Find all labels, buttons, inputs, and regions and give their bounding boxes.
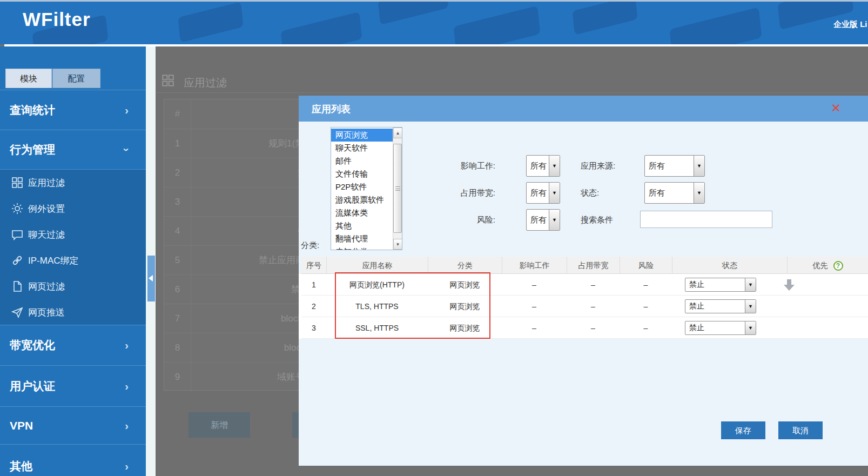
dropdown-arrow-icon: ▼ [694, 183, 704, 203]
save-button[interactable]: 保存 [721, 421, 765, 439]
dropdown-arrow-icon: ▼ [549, 183, 560, 203]
dropdown-arrow-icon: ▼ [745, 321, 756, 334]
dropdown-arrow-icon: ▼ [745, 300, 756, 313]
sidebar-item-user-auth[interactable]: 用户认证 › [0, 365, 146, 406]
list-item[interactable]: 网页浏览 [331, 129, 393, 142]
keyboard-key-decoration [670, 7, 762, 44]
app-list-dialog: 应用列表 ✕ 分类: 网页浏览 聊天软件 邮件 文件传输 P2P软件 游戏股票软… [299, 96, 868, 466]
thumb-grip [395, 186, 400, 191]
divider [156, 92, 868, 93]
filter-bandwidth-select[interactable]: 所有 ▼ [526, 182, 560, 204]
tab-module[interactable]: 模块 [5, 69, 52, 88]
page-title: 应用过滤 [184, 76, 227, 90]
move-down-icon[interactable] [784, 279, 795, 291]
sidebar-item-web-filter[interactable]: 网页过滤 [0, 273, 146, 299]
list-item[interactable]: 游戏股票软件 [331, 193, 393, 206]
dropdown-arrow-icon: ▼ [549, 210, 560, 230]
scroll-down-icon[interactable]: ▼ [393, 239, 402, 250]
sidebar-item-exceptions[interactable]: 例外设置 [0, 196, 146, 222]
filter-source-select[interactable]: 所有 ▼ [644, 155, 705, 177]
close-icon[interactable]: ✕ [831, 101, 841, 115]
add-button[interactable]: 新增 [189, 412, 250, 438]
banner-top-strip [0, 0, 868, 2]
list-item[interactable]: 未知分类 [331, 245, 393, 250]
filter-source-label: 应用来源: [581, 161, 615, 171]
chevron-right-icon: › [125, 104, 129, 116]
table-row: 3 SSL, HTTPS 网页浏览 – – – [301, 317, 868, 339]
list-item[interactable]: 聊天软件 [331, 142, 393, 155]
listbox-scrollbar[interactable]: ▲ ▼ [393, 128, 402, 250]
search-input[interactable] [640, 211, 772, 228]
sidebar-item-app-filter[interactable]: 应用过滤 [0, 170, 146, 196]
sidebar: 模块 配置 查询统计 › 行为管理 › 应用过滤 例外设置 聊天过滤 IP-MA… [0, 46, 146, 476]
cancel-button[interactable]: 取消 [778, 421, 823, 439]
keyboard-key-decoration [281, 12, 362, 44]
chevron-left-icon [149, 275, 153, 281]
filter-risk-label: 风险: [423, 215, 495, 225]
app-table-body: 1 网页浏览(HTTP) 网页浏览 – – – 2 TLS, HTTPS 网页浏… [299, 274, 868, 339]
dropdown-arrow-icon: ▼ [745, 278, 756, 291]
category-listbox[interactable]: 网页浏览 聊天软件 邮件 文件传输 P2P软件 游戏股票软件 流媒体类 其他 翻… [331, 127, 402, 250]
sidebar-item-query-stats[interactable]: 查询统计 › [0, 90, 146, 130]
filter-bandwidth-label: 占用带宽: [423, 188, 495, 198]
search-label: 搜索条件 [581, 215, 613, 225]
sidebar-item-chat-filter[interactable]: 聊天过滤 [0, 222, 146, 247]
row-status-select[interactable]: 禁止 ▼ [685, 278, 756, 292]
list-item[interactable]: 其他 [331, 219, 393, 232]
dropdown-arrow-icon: ▼ [549, 156, 560, 176]
help-icon[interactable]: ? [833, 261, 843, 271]
list-item[interactable]: 邮件 [331, 155, 393, 167]
filter-work-label: 影响工作: [423, 161, 495, 171]
dialog-title: 应用列表 [312, 103, 351, 116]
gear-icon [11, 202, 24, 215]
scroll-up-icon[interactable]: ▲ [393, 128, 402, 138]
chevron-right-icon: › [125, 419, 129, 432]
sidebar-item-vpn[interactable]: VPN › [0, 406, 146, 444]
chevron-right-icon: › [125, 460, 129, 472]
sidebar-collapse-handle[interactable] [147, 256, 155, 301]
scrollbar-thumb[interactable] [393, 144, 402, 233]
keyboard-key-decoration [378, 0, 449, 25]
filter-risk-select[interactable]: 所有 ▼ [526, 209, 560, 231]
row-status-select[interactable]: 禁止 ▼ [685, 321, 756, 335]
sidebar-item-other[interactable]: 其他 › [0, 444, 146, 476]
tab-config[interactable]: 配置 [52, 69, 100, 88]
edition-label: 企业版 Li [833, 19, 867, 30]
chat-icon [11, 228, 24, 241]
app-logo: WFilter [23, 9, 91, 30]
list-item[interactable]: P2P软件 [331, 180, 393, 193]
chevron-down-icon: › [120, 148, 133, 152]
list-item[interactable]: 文件传输 [331, 167, 393, 180]
behavior-submenu: 应用过滤 例外设置 聊天过滤 IP-MAC绑定 网页过滤 网页推送 [0, 169, 146, 325]
filter-work-select[interactable]: 所有 ▼ [526, 155, 560, 177]
page-icon [11, 280, 24, 293]
dialog-header: 应用列表 ✕ [299, 96, 868, 122]
link-icon [11, 254, 24, 267]
table-row: 2 TLS, HTTPS 网页浏览 – – – [301, 296, 868, 317]
row-status-select[interactable]: 禁止 ▼ [685, 299, 756, 313]
dropdown-arrow-icon: ▼ [694, 156, 704, 176]
grid-icon [11, 176, 24, 189]
keyboard-key-decoration [454, 6, 541, 44]
keyboard-key-decoration [572, 0, 637, 35]
chevron-right-icon: › [125, 380, 129, 392]
app-table-header: 序号 应用名称 分类 影响工作 占用带宽 风险 状态 优先? [301, 257, 868, 274]
category-label: 分类: [301, 240, 319, 251]
sidebar-item-behavior-mgmt[interactable]: 行为管理 › [0, 130, 146, 169]
send-icon [11, 306, 24, 319]
list-item[interactable]: 流媒体类 [331, 206, 393, 219]
sidebar-item-bandwidth[interactable]: 带宽优化 › [0, 325, 146, 365]
top-banner: WFilter 企业版 Li [0, 0, 868, 44]
chevron-right-icon: › [125, 339, 129, 352]
table-row: 1 网页浏览(HTTP) 网页浏览 – – – [301, 274, 868, 296]
filter-status-select[interactable]: 所有 ▼ [644, 182, 705, 204]
grid-icon [161, 73, 175, 88]
sidebar-item-web-push[interactable]: 网页推送 [0, 299, 146, 325]
sidebar-item-ip-mac-binding[interactable]: IP-MAC绑定 [0, 247, 146, 273]
list-item[interactable]: 翻墙代理 [331, 232, 393, 245]
keyboard-key-decoration [178, 2, 243, 42]
filter-status-label: 状态: [581, 188, 599, 198]
